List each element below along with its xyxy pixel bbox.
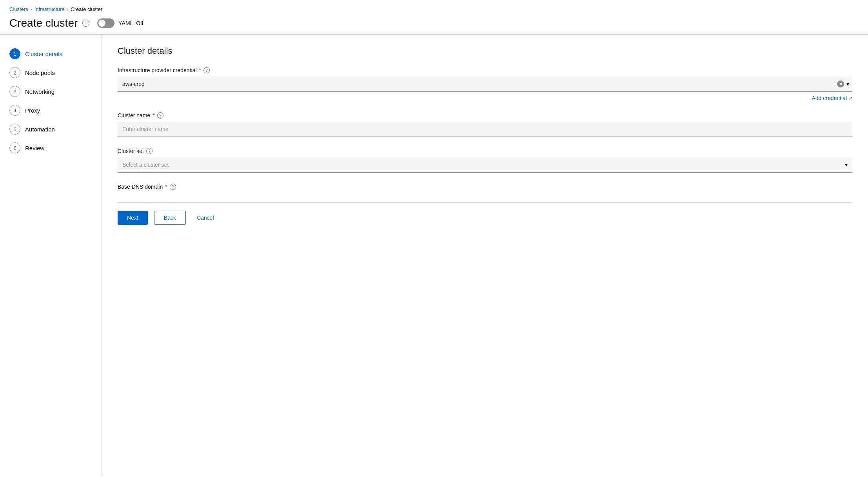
sidebar-item-node-pools[interactable]: 2 Node pools: [0, 63, 102, 82]
toggle-thumb: [98, 20, 105, 27]
sidebar-item-networking[interactable]: 3 Networking: [0, 82, 102, 101]
sidebar: 1 Cluster details 2 Node pools 3 Network…: [0, 35, 102, 476]
base-dns-domain-label: Base DNS domain * ?: [118, 184, 852, 190]
cluster-name-required: *: [153, 112, 154, 118]
cluster-name-input-wrapper: [118, 122, 852, 137]
infrastructure-credential-input[interactable]: [118, 77, 852, 91]
cluster-name-label-text: Cluster name: [118, 112, 150, 118]
page-help-icon[interactable]: ?: [82, 20, 89, 27]
main-content: Cluster details Infrastructure provider …: [102, 35, 868, 476]
step-3-label: Networking: [25, 88, 54, 95]
breadcrumb: Clusters › Infrastructure › Create clust…: [9, 6, 859, 12]
infrastructure-credential-input-wrapper: ✕ ▾: [118, 77, 852, 92]
infrastructure-credential-actions: ✕ ▾: [837, 80, 849, 87]
breadcrumb-clusters[interactable]: Clusters: [9, 6, 28, 12]
step-4-label: Proxy: [25, 107, 40, 114]
cluster-set-select-wrapper: Select a cluster set ▾: [118, 157, 852, 173]
toggle-track: [97, 18, 114, 28]
infrastructure-credential-required: *: [199, 67, 201, 73]
header: Clusters › Infrastructure › Create clust…: [0, 0, 868, 35]
base-dns-domain-group: Base DNS domain * ?: [118, 184, 852, 190]
yaml-toggle[interactable]: [97, 18, 114, 28]
add-credential-link[interactable]: Add credential ↗: [812, 95, 852, 101]
breadcrumb-infrastructure[interactable]: Infrastructure: [35, 6, 65, 12]
next-button[interactable]: Next: [118, 211, 148, 225]
cluster-set-group: Cluster set ? Select a cluster set ▾: [118, 148, 852, 173]
sidebar-item-automation[interactable]: 5 Automation: [0, 120, 102, 138]
page-title: Create cluster: [9, 17, 78, 29]
breadcrumb-sep-2: ›: [67, 7, 68, 12]
add-credential-link-text: Add credential: [812, 95, 847, 101]
page-title-row: Create cluster ? YAML: Off: [9, 17, 859, 29]
yaml-label: YAML: Off: [118, 20, 143, 26]
section-title: Cluster details: [118, 46, 852, 56]
step-2-label: Node pools: [25, 69, 55, 76]
infrastructure-credential-label: Infrastructure provider credential * ?: [118, 67, 852, 73]
infrastructure-credential-group: Infrastructure provider credential * ? ✕…: [118, 67, 852, 101]
sidebar-item-cluster-details[interactable]: 1 Cluster details: [0, 44, 102, 63]
step-2-circle: 2: [9, 67, 20, 78]
step-1-circle: 1: [9, 48, 20, 59]
base-dns-domain-required: *: [165, 184, 167, 190]
cluster-name-input[interactable]: [118, 122, 852, 137]
cluster-set-label-text: Cluster set: [118, 148, 144, 154]
cluster-name-label: Cluster name * ?: [118, 112, 852, 118]
base-dns-domain-label-text: Base DNS domain: [118, 184, 163, 190]
cancel-button[interactable]: Cancel: [192, 211, 219, 224]
cluster-set-help-icon[interactable]: ?: [146, 148, 153, 154]
breadcrumb-current: Create cluster: [71, 6, 102, 12]
step-6-circle: 6: [9, 142, 20, 153]
step-1-label: Cluster details: [25, 51, 62, 57]
add-credential-link-container: Add credential ↗: [118, 95, 852, 101]
step-5-circle: 5: [9, 124, 20, 135]
infrastructure-credential-clear-button[interactable]: ✕: [837, 80, 844, 87]
external-link-icon: ↗: [848, 95, 852, 101]
base-dns-domain-help-icon[interactable]: ?: [170, 184, 176, 190]
step-6-label: Review: [25, 145, 44, 151]
infrastructure-credential-help-icon[interactable]: ?: [203, 67, 210, 73]
step-3-circle: 3: [9, 86, 20, 97]
yaml-toggle-area: YAML: Off: [97, 18, 143, 28]
sidebar-item-proxy[interactable]: 4 Proxy: [0, 101, 102, 120]
cluster-set-select[interactable]: Select a cluster set: [118, 157, 852, 172]
button-bar: Next Back Cancel: [118, 202, 852, 225]
cluster-name-group: Cluster name * ?: [118, 112, 852, 137]
main-layout: 1 Cluster details 2 Node pools 3 Network…: [0, 35, 868, 476]
cluster-set-label: Cluster set ?: [118, 148, 852, 154]
back-button[interactable]: Back: [154, 211, 186, 225]
cluster-name-help-icon[interactable]: ?: [157, 112, 163, 118]
sidebar-item-review[interactable]: 6 Review: [0, 138, 102, 157]
step-4-circle: 4: [9, 105, 20, 116]
breadcrumb-sep-1: ›: [31, 7, 32, 12]
step-5-label: Automation: [25, 126, 55, 133]
infrastructure-credential-label-text: Infrastructure provider credential: [118, 67, 197, 73]
infrastructure-credential-dropdown-arrow[interactable]: ▾: [846, 81, 849, 87]
